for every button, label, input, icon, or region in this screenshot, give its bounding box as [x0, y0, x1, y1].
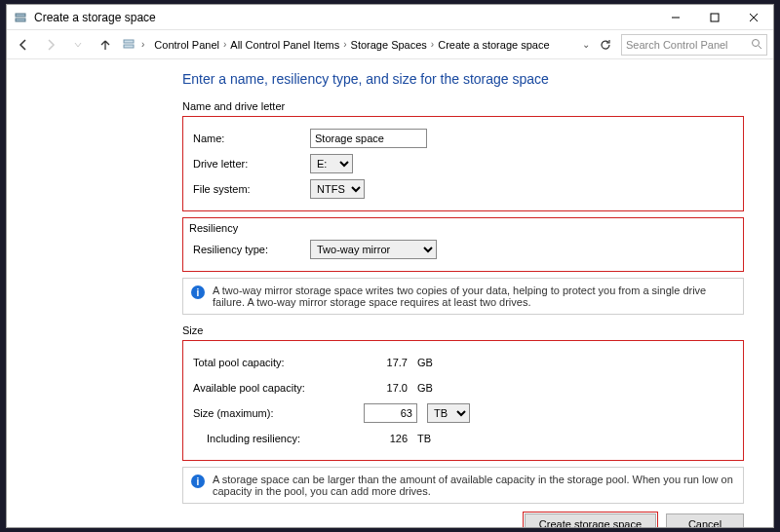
- svg-rect-1: [16, 19, 25, 21]
- breadcrumb[interactable]: Control Panel › All Control Panel Items …: [150, 34, 576, 56]
- total-capacity-label: Total pool capacity:: [193, 357, 349, 368]
- drive-letter-select[interactable]: E:: [310, 154, 353, 173]
- cancel-button[interactable]: Cancel: [666, 513, 744, 527]
- svg-rect-6: [124, 40, 134, 43]
- content-area: Enter a name, resiliency type, and size …: [7, 59, 773, 527]
- name-input[interactable]: [310, 129, 427, 148]
- up-button[interactable]: [95, 34, 116, 56]
- svg-line-9: [759, 46, 761, 49]
- svg-rect-7: [124, 45, 134, 48]
- chevron-right-icon: ›: [141, 39, 144, 50]
- svg-rect-0: [16, 14, 25, 17]
- svg-point-8: [753, 39, 760, 46]
- resiliency-info-text: A two-way mirror storage space writes tw…: [213, 285, 735, 308]
- breadcrumb-item[interactable]: Storage Spaces: [351, 39, 427, 51]
- size-max-unit-select[interactable]: TB: [427, 403, 470, 423]
- chevron-down-icon[interactable]: ⌄: [582, 39, 590, 50]
- search-input[interactable]: Search Control Panel: [621, 34, 767, 56]
- search-icon: [751, 38, 762, 52]
- breadcrumb-item[interactable]: Create a storage space: [438, 39, 549, 51]
- including-resiliency-value: 126: [349, 433, 417, 444]
- breadcrumb-item[interactable]: All Control Panel Items: [230, 39, 339, 51]
- page-title: Enter a name, resiliency type, and size …: [182, 71, 744, 87]
- size-info-text: A storage space can be larger than the a…: [213, 474, 735, 497]
- forward-button[interactable]: [40, 34, 61, 56]
- footer-buttons: Create storage space Cancel: [182, 513, 744, 527]
- including-resiliency-unit: TB: [417, 433, 456, 444]
- file-system-label: File system:: [193, 183, 310, 195]
- name-label: Name:: [193, 133, 310, 144]
- close-button[interactable]: [734, 5, 773, 30]
- titlebar: Create a storage space: [7, 5, 773, 30]
- section-label-resiliency: Resiliency: [189, 222, 733, 234]
- info-icon: i: [191, 285, 205, 299]
- file-system-select[interactable]: NTFS: [310, 179, 365, 199]
- svg-rect-3: [711, 14, 719, 21]
- drive-letter-label: Drive letter:: [193, 158, 310, 170]
- refresh-button[interactable]: [596, 34, 615, 56]
- section-label-size: Size: [182, 324, 744, 336]
- chevron-right-icon: ›: [431, 39, 434, 50]
- size-info: i A storage space can be larger than the…: [182, 467, 744, 504]
- resiliency-section: Resiliency Resiliency type: Two-way mirr…: [182, 217, 744, 272]
- window-title: Create a storage space: [34, 11, 156, 24]
- create-storage-space-button[interactable]: Create storage space: [525, 513, 656, 527]
- resiliency-type-label: Resiliency type:: [193, 244, 310, 255]
- navbar: › Control Panel › All Control Panel Item…: [7, 30, 773, 59]
- window-frame: Create a storage space › Control P: [6, 4, 774, 528]
- info-icon: i: [191, 475, 205, 488]
- back-button[interactable]: [13, 34, 34, 56]
- size-max-input[interactable]: [364, 403, 417, 423]
- available-capacity-value: 17.0: [349, 382, 417, 394]
- name-section: Name: Drive letter: E: File system: NTFS: [182, 116, 744, 211]
- total-capacity-value: 17.7: [349, 357, 417, 368]
- size-max-label: Size (maximum):: [193, 407, 349, 419]
- resiliency-type-select[interactable]: Two-way mirror: [310, 240, 437, 259]
- section-label-name: Name and drive letter: [182, 100, 744, 112]
- recent-dropdown[interactable]: [67, 34, 89, 56]
- maximize-button[interactable]: [695, 5, 734, 30]
- minimize-button[interactable]: [656, 5, 695, 30]
- available-capacity-label: Available pool capacity:: [193, 382, 349, 394]
- including-resiliency-label: Including resiliency:: [193, 433, 349, 444]
- chevron-right-icon: ›: [223, 39, 226, 50]
- size-section: Total pool capacity: 17.7 GB Available p…: [182, 340, 744, 461]
- available-capacity-unit: GB: [417, 382, 456, 394]
- total-capacity-unit: GB: [417, 357, 456, 368]
- location-icon: [122, 37, 136, 53]
- chevron-right-icon: ›: [343, 39, 346, 50]
- search-placeholder: Search Control Panel: [626, 39, 728, 51]
- breadcrumb-root[interactable]: Control Panel: [154, 39, 219, 51]
- app-icon: [13, 10, 28, 25]
- resiliency-info: i A two-way mirror storage space writes …: [182, 278, 744, 315]
